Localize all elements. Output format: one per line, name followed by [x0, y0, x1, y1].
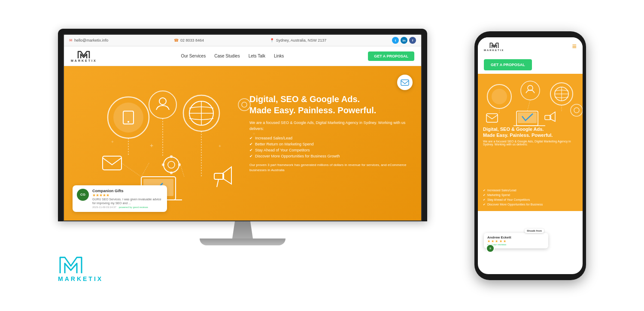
phone-cta-section: GET A PROPOSAL: [478, 56, 583, 74]
review-stars: ★★★★★: [92, 193, 163, 197]
phone-check-3: ✔: [483, 198, 486, 202]
svg-point-11: [168, 161, 175, 168]
svg-point-41: [574, 108, 579, 113]
svg-rect-9: [103, 156, 122, 170]
nav-case-studies[interactable]: Case Studies: [214, 54, 240, 58]
phone-screen: MARKETIX ≡ GET A PROPOSAL: [478, 37, 583, 274]
phone-bullet-1: ✔ Increased Sales/Lead: [483, 189, 577, 192]
twitter-icon[interactable]: t: [392, 37, 399, 44]
bottom-logo-text: MARKETIX: [58, 275, 103, 282]
svg-point-40: [571, 104, 583, 116]
location-icon: 📍: [270, 38, 274, 42]
phone-bullet-4: ✔ Discover More Opportunities for Busine…: [483, 203, 577, 206]
phone-logo-icon: [489, 42, 499, 49]
svg-point-35: [528, 85, 533, 91]
phone-review-name: Andrew Eckett: [487, 236, 545, 239]
phone-review-card: Shoaib from Andrew Eckett ★ ★ ★ ★ ★ read…: [484, 233, 548, 248]
review-text: GURU SEO Services. I was given invaluabl…: [92, 197, 163, 205]
phone-hero: Digital, SEO & Google Ads. Made Easy. Pa…: [478, 74, 583, 185]
monitor-screen: ✉ hello@marketix.info ☎ 02 8033 8464 📍 S…: [63, 34, 422, 221]
svg-rect-12: [170, 155, 173, 158]
check-icon-3: ✔: [249, 148, 253, 152]
svg-point-4: [159, 98, 166, 105]
phone-hero-title: Digital, SEO & Google Ads. Made Easy. Pa…: [483, 126, 577, 139]
site-nav: MARKETIX Our Services Case Studies Lets …: [64, 46, 421, 66]
monitor-base: [200, 239, 286, 245]
phone-icon: ☎: [174, 38, 179, 42]
nav-links: Our Services Case Studies Lets Talk Link…: [181, 54, 284, 58]
bullet-3: ✔ Stay Ahead of Your Competitors: [249, 148, 413, 152]
bullet-2: ✔ Better Return on Marketing Spend: [249, 142, 413, 146]
svg-point-25: [238, 99, 250, 111]
phone-nav: MARKETIX ≡: [478, 37, 583, 56]
phone-hero-subtitle: We are a focused SEO & Google Ads, Digit…: [483, 140, 577, 146]
topbar-phone: ☎ 02 8033 8464: [174, 38, 204, 42]
hero-content: Digital, SEO & Google Ads. Made Easy. Pa…: [249, 75, 413, 173]
email-text: hello@marketix.info: [74, 38, 108, 42]
monitor-stand: [58, 221, 427, 245]
bottom-logo-icon: [58, 254, 84, 275]
bottom-logo: MARKETIX: [58, 254, 103, 282]
phone-check-1: ✔: [483, 189, 486, 192]
svg-rect-13: [170, 172, 173, 174]
check-icon-4: ✔: [249, 154, 253, 158]
email-icon: ✉: [69, 38, 73, 42]
phone-bullet-2: ✔ Marketing Spend: [483, 193, 577, 197]
svg-rect-44: [518, 112, 537, 123]
svg-line-24: [122, 163, 141, 177]
hamburger-menu-icon[interactable]: ≡: [572, 42, 577, 51]
hero-section: + + + ○: [64, 66, 421, 220]
review-card: CG Companion Gifts ★★★★★ GURU SEO Servic…: [73, 185, 167, 212]
topbar-location: 📍 Sydney, Australia, NSW 2137: [270, 38, 326, 42]
review-company: Companion Gifts: [92, 189, 163, 193]
facebook-icon[interactable]: f: [409, 37, 416, 44]
logo-mark-icon: [77, 50, 90, 59]
topbar-email: ✉ hello@marketix.info: [69, 38, 108, 42]
hero-subtitle: We are a focused SEO & Google Ads, Digit…: [249, 120, 413, 132]
svg-rect-42: [486, 114, 498, 122]
svg-line-47: [527, 100, 530, 111]
nav-lets-talk[interactable]: Lets Talk: [249, 54, 265, 58]
phone-check-4: ✔: [483, 203, 486, 206]
mail-badge-icon: [401, 78, 409, 87]
phone-section: MARKETIX ≡ GET A PROPOSAL: [474, 31, 586, 280]
site-topbar: ✉ hello@marketix.info ☎ 02 8033 8464 📍 S…: [64, 35, 421, 46]
phone-text: 02 8033 8464: [180, 38, 204, 42]
powered-by[interactable]: powered by good.reviews: [119, 206, 148, 208]
phone-hero-illustration: [478, 76, 583, 127]
svg-line-22: [141, 163, 149, 177]
bullet-4: ✔ Discover More Opportunities for Busine…: [249, 154, 413, 158]
review-content: Companion Gifts ★★★★★ GURU SEO Services.…: [92, 189, 163, 208]
monitor-neck: [230, 221, 255, 239]
shoaib-label: Shoaib from: [525, 229, 544, 233]
check-icon-1: ✔: [249, 136, 253, 140]
nav-cta-button[interactable]: GET A PROPOSAL: [368, 51, 414, 61]
phone-frame: MARKETIX ≡ GET A PROPOSAL: [474, 31, 586, 280]
phone-review-stars: ★ ★ ★ ★ ★: [487, 239, 545, 243]
phone-review-link[interactable]: read our reviews: [487, 243, 545, 246]
phone-logo-text: MARKETIX: [484, 49, 504, 51]
hero-bullets: ✔ Increased Sales/Lead ✔ Better Return o…: [249, 136, 413, 158]
svg-text:+: +: [150, 142, 153, 149]
phone-cta-button[interactable]: GET A PROPOSAL: [484, 59, 532, 70]
phone-hero-svg: [478, 76, 583, 127]
nav-logo-text: MARKETIX: [71, 59, 97, 62]
review-date: 2023-11-09 03:14:37: [92, 206, 116, 208]
phone-bullet-3: ✔ Stay Ahead of Your Competitors: [483, 198, 577, 202]
nav-links[interactable]: Links: [274, 54, 284, 58]
monitor-wrapper: ✉ hello@marketix.info ☎ 02 8033 8464 📍 S…: [58, 29, 427, 245]
svg-line-23: [180, 163, 184, 177]
phone-bullets: ✔ Increased Sales/Lead ✔ Marketing Spend…: [478, 185, 583, 211]
phone-check-2: ✔: [483, 193, 486, 197]
svg-text:+: +: [111, 139, 114, 144]
linkedin-icon[interactable]: in: [401, 37, 407, 44]
nav-our-services[interactable]: Our Services: [181, 54, 206, 58]
svg-rect-31: [401, 80, 409, 85]
svg-text:+: +: [219, 144, 221, 148]
location-text: Sydney, Australia, NSW 2137: [276, 38, 326, 42]
shoaib-avatar: S: [486, 244, 495, 253]
hero-title: Digital, SEO & Google Ads. Made Easy. Pa…: [249, 94, 413, 116]
hero-badge: [397, 75, 413, 90]
hero-footer-text: Our proven 3 part framework has generate…: [249, 163, 413, 173]
social-icons: t in f: [392, 37, 416, 44]
